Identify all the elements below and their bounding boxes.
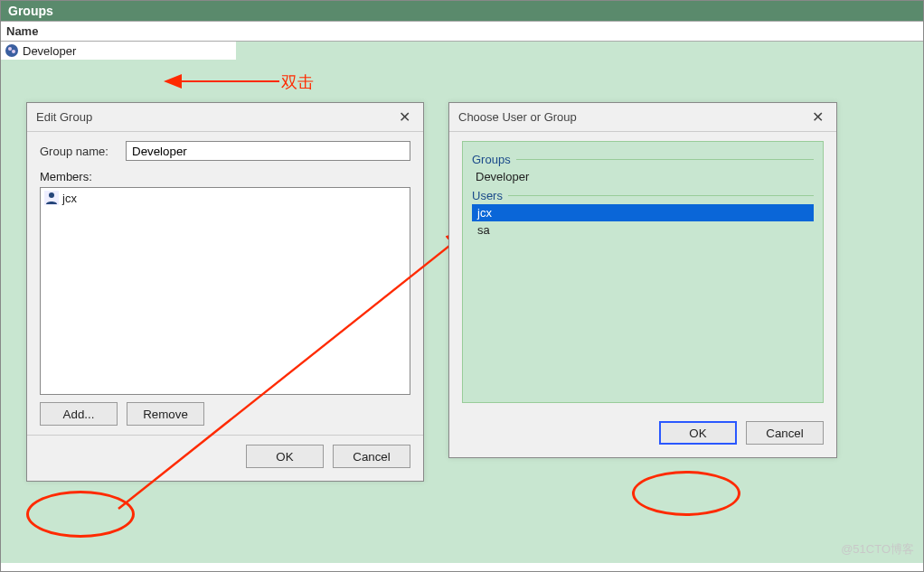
members-label: Members: [40,170,410,183]
choose-dialog-close-icon[interactable]: ✕ [808,108,827,126]
svg-point-0 [5,44,18,57]
edit-cancel-button[interactable]: Cancel [333,445,410,468]
add-button[interactable]: Add... [40,402,118,426]
edit-dialog-title: Edit Group [36,110,92,124]
highlight-oval-add [26,491,135,538]
choose-ok-button[interactable]: OK [659,421,737,445]
member-name: jcx [62,192,77,205]
user-item-sa[interactable]: sa [472,221,814,239]
groups-list-area: Name Developer 双击 Edit Group ✕ Group nam… [1,21,923,563]
group-row-developer[interactable]: Developer [1,42,236,60]
edit-dialog-close-icon[interactable]: ✕ [395,108,414,126]
column-header-name[interactable]: Name [1,21,923,42]
choose-groupbox: Groups Developer Users jcx sa [462,141,824,403]
choose-dialog-title: Choose User or Group [458,110,577,124]
group-icon [5,43,19,58]
app-window: Groups Name Developer 双击 Edit Group ✕ Gr… [0,0,924,572]
watermark: @51CTO博客 [841,541,914,558]
annotation-double-click: 双击 [281,71,314,93]
groups-legend: Groups [472,153,814,166]
choose-dialog: Choose User or Group ✕ Groups Developer … [448,102,837,458]
users-list: jcx sa [472,204,814,239]
remove-button[interactable]: Remove [127,402,204,426]
choose-dialog-titlebar[interactable]: Choose User or Group ✕ [449,103,836,131]
svg-point-5 [49,192,54,198]
edit-ok-button[interactable]: OK [246,445,324,468]
group-name-label: Group name: [40,145,117,158]
svg-point-2 [12,50,15,53]
user-icon [44,191,59,205]
highlight-oval-ok [632,471,740,516]
group-entry[interactable]: Developer [472,168,814,185]
edit-group-dialog: Edit Group ✕ Group name: Members: jcx [26,102,424,482]
member-item[interactable]: jcx [42,190,408,206]
arrow-to-row [164,73,281,89]
choose-cancel-button[interactable]: Cancel [746,421,824,445]
panel-title: Groups [1,1,923,21]
group-name-input[interactable] [126,141,410,161]
group-row-label: Developer [23,44,76,58]
edit-dialog-titlebar[interactable]: Edit Group ✕ [27,103,423,131]
user-item-jcx[interactable]: jcx [472,204,814,221]
svg-point-1 [8,47,12,51]
users-legend: Users [472,189,814,202]
members-listbox[interactable]: jcx [40,187,410,395]
